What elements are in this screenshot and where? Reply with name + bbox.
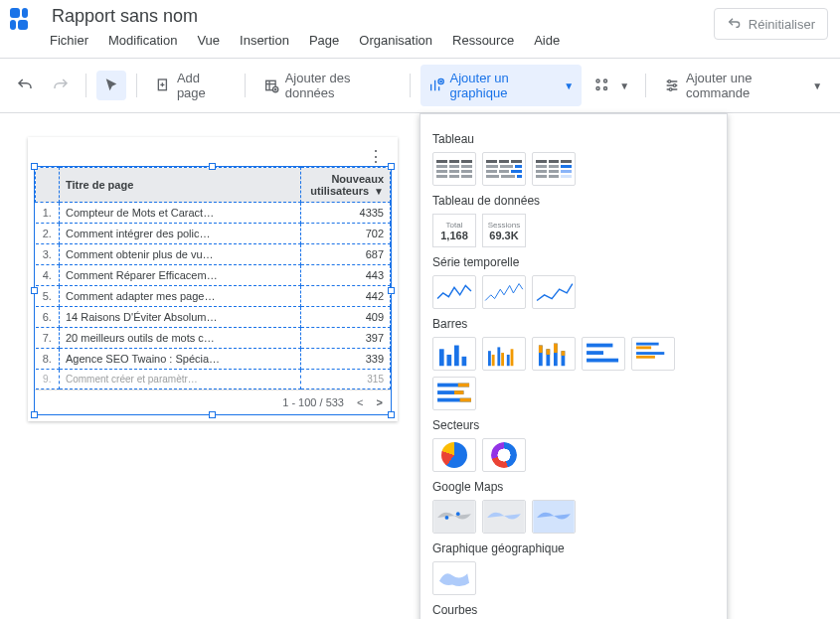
section-tableau: Tableau bbox=[432, 132, 715, 146]
cell-value: 702 bbox=[301, 224, 391, 244]
chart-type-scorecard-2[interactable]: Sessions69.3K bbox=[482, 214, 526, 247]
section-serie-temporelle: Série temporelle bbox=[432, 255, 715, 269]
cell-page: Comment obtenir plus de vu… bbox=[60, 244, 301, 265]
add-page-label: Add page bbox=[177, 71, 227, 100]
menu-view[interactable]: Vue bbox=[197, 33, 220, 48]
table-row[interactable]: 9.Comment créer et paramètr…315 bbox=[36, 370, 391, 389]
table-row[interactable]: 8.Agence SEO Twaino : Spécia…339 bbox=[36, 349, 391, 370]
add-chart-button[interactable]: Ajouter un graphique ▼ bbox=[420, 65, 583, 106]
svg-rect-28 bbox=[562, 351, 566, 356]
add-control-label: Ajouter une commande bbox=[686, 71, 804, 100]
svg-point-8 bbox=[668, 80, 671, 83]
svg-rect-16 bbox=[492, 355, 495, 366]
reset-button[interactable]: Réinitialiser bbox=[714, 8, 828, 40]
svg-rect-22 bbox=[539, 346, 543, 354]
chart-type-table-heat[interactable] bbox=[532, 152, 576, 186]
chart-type-table-plain[interactable] bbox=[432, 152, 476, 186]
chart-type-timeseries-2[interactable] bbox=[482, 275, 526, 309]
cell-value: 687 bbox=[301, 244, 391, 265]
svg-rect-11 bbox=[439, 349, 444, 366]
table-row[interactable]: 7.20 meilleurs outils de mots c…397 bbox=[36, 328, 391, 349]
canvas[interactable]: ⋮ Titre de page Nouveaux utilisateurs ▼ … bbox=[0, 113, 840, 619]
add-control-button[interactable]: Ajouter une commande ▼ bbox=[656, 65, 830, 106]
chart-type-bar-h2[interactable] bbox=[631, 337, 675, 371]
table-row[interactable]: 1.Compteur de Mots et Caract…4335 bbox=[36, 203, 391, 224]
col-page-title[interactable]: Titre de page bbox=[60, 168, 301, 203]
chart-type-pie[interactable] bbox=[432, 438, 476, 472]
menu-arrange[interactable]: Organisation bbox=[359, 33, 432, 48]
svg-rect-32 bbox=[636, 343, 659, 346]
chart-type-map-1[interactable] bbox=[432, 500, 476, 534]
chart-type-bar-h3[interactable] bbox=[432, 377, 476, 410]
chart-type-bar-h1[interactable] bbox=[582, 337, 625, 371]
chart-type-donut[interactable] bbox=[482, 438, 526, 472]
add-page-button[interactable]: Add page bbox=[147, 65, 235, 106]
svg-rect-37 bbox=[458, 384, 469, 387]
svg-rect-31 bbox=[587, 359, 618, 363]
chart-type-table-bars[interactable] bbox=[482, 152, 526, 186]
svg-rect-35 bbox=[636, 356, 655, 359]
chart-type-map-3[interactable] bbox=[532, 500, 576, 534]
svg-rect-41 bbox=[460, 398, 471, 402]
undo-button[interactable] bbox=[10, 71, 40, 100]
pager-prev[interactable]: < bbox=[357, 396, 363, 408]
row-index: 4. bbox=[36, 265, 60, 286]
menu-resource[interactable]: Ressource bbox=[452, 33, 514, 48]
selected-table[interactable]: Titre de page Nouveaux utilisateurs ▼ 1.… bbox=[34, 166, 392, 415]
redo-button[interactable] bbox=[46, 71, 76, 100]
menu-bar: Fichier Modification Vue Insertion Page … bbox=[48, 29, 714, 54]
add-data-button[interactable]: Ajouter des données bbox=[255, 65, 400, 106]
chart-type-bar-3[interactable] bbox=[532, 337, 576, 371]
community-viz-button[interactable]: ▼ bbox=[588, 71, 635, 100]
svg-rect-19 bbox=[507, 355, 510, 366]
cell-value: 339 bbox=[301, 349, 391, 370]
svg-rect-33 bbox=[636, 346, 651, 349]
col-new-users[interactable]: Nouveaux utilisateurs ▼ bbox=[301, 168, 391, 203]
app-logo bbox=[10, 8, 36, 34]
cell-page: Comment Réparer Efficacem… bbox=[60, 265, 301, 286]
cell-value: 409 bbox=[301, 307, 391, 328]
undo-arrow-icon bbox=[727, 16, 743, 32]
data-table: Titre de page Nouveaux utilisateurs ▼ 1.… bbox=[35, 167, 391, 389]
table-row[interactable]: 6.14 Raisons D'Éviter Absolum…409 bbox=[36, 307, 391, 328]
svg-point-44 bbox=[456, 512, 460, 516]
table-row[interactable]: 5.Comment adapter mes page…442 bbox=[36, 286, 391, 307]
table-row[interactable]: 4.Comment Réparer Efficacem…443 bbox=[36, 265, 391, 286]
menu-insert[interactable]: Insertion bbox=[240, 33, 289, 48]
svg-point-4 bbox=[596, 79, 599, 82]
row-index: 2. bbox=[36, 224, 60, 244]
chart-type-timeseries-1[interactable] bbox=[432, 275, 476, 309]
svg-point-7 bbox=[604, 87, 607, 90]
chart-type-scorecard-1[interactable]: Total1,168 bbox=[432, 214, 476, 247]
menu-help[interactable]: Aide bbox=[534, 33, 560, 48]
cell-page: Agence SEO Twaino : Spécia… bbox=[60, 349, 301, 370]
svg-point-43 bbox=[445, 516, 449, 520]
svg-point-10 bbox=[669, 88, 672, 91]
menu-file[interactable]: Fichier bbox=[50, 33, 88, 48]
cell-value: 442 bbox=[301, 286, 391, 307]
menu-edit[interactable]: Modification bbox=[108, 33, 177, 48]
chart-type-timeseries-3[interactable] bbox=[532, 275, 576, 309]
svg-rect-26 bbox=[554, 344, 558, 353]
svg-point-9 bbox=[673, 84, 676, 87]
svg-rect-30 bbox=[587, 351, 603, 355]
chart-type-geo-1[interactable] bbox=[432, 561, 476, 595]
svg-rect-15 bbox=[488, 351, 491, 366]
chart-type-bar-1[interactable] bbox=[432, 337, 476, 371]
table-row[interactable]: 3.Comment obtenir plus de vu…687 bbox=[36, 244, 391, 265]
pointer-tool[interactable] bbox=[96, 71, 126, 100]
svg-rect-14 bbox=[462, 357, 467, 366]
pager-next[interactable]: > bbox=[377, 396, 383, 408]
cell-page: Comment créer et paramètr… bbox=[60, 370, 301, 389]
chart-type-map-2[interactable] bbox=[482, 500, 526, 534]
svg-rect-34 bbox=[636, 352, 664, 355]
table-row[interactable]: 2.Comment intégrer des polic…702 bbox=[36, 224, 391, 244]
section-geo: Graphique géographique bbox=[432, 542, 715, 555]
svg-rect-12 bbox=[446, 355, 451, 366]
add-chart-label: Ajouter un graphique bbox=[450, 71, 557, 100]
chevron-down-icon: ▼ bbox=[812, 80, 822, 91]
section-courbes: Courbes bbox=[432, 603, 715, 617]
doc-title[interactable]: Rapport sans nom bbox=[48, 4, 714, 29]
menu-page[interactable]: Page bbox=[309, 33, 339, 48]
chart-type-bar-2[interactable] bbox=[482, 337, 526, 371]
